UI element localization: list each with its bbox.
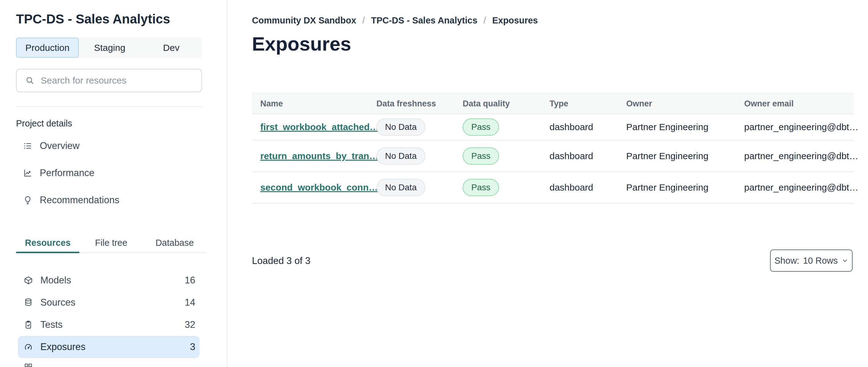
- environment-tabs: Production Staging Dev: [16, 38, 202, 58]
- env-tab-label: Staging: [94, 43, 125, 53]
- env-tab-staging[interactable]: Staging: [79, 38, 141, 58]
- resource-label: Exposures: [40, 341, 85, 352]
- column-header-type: Type: [550, 99, 568, 108]
- sidebar-item-label: Overview: [40, 140, 80, 151]
- exposures-table: Name Data freshness Data quality Type Ow…: [252, 93, 854, 203]
- resource-label: Tests: [40, 319, 63, 330]
- breadcrumb-project[interactable]: TPC-DS - Sales Analytics: [371, 16, 477, 26]
- data-freshness-badge: No Data: [376, 118, 425, 136]
- sidebar-divider: [16, 106, 202, 107]
- owner-cell: Partner Engineering: [626, 182, 708, 193]
- data-freshness-badge: No Data: [376, 179, 425, 196]
- tab-label: Database: [156, 238, 194, 248]
- data-quality-badge: Pass: [463, 179, 499, 196]
- tab-file-tree[interactable]: File tree: [80, 232, 143, 253]
- resource-view-tabs: Resources File tree Database: [16, 232, 206, 253]
- tab-resources[interactable]: Resources: [16, 232, 80, 253]
- chart-line-icon: [23, 168, 32, 178]
- project-title: TPC-DS - Sales Analytics: [16, 12, 170, 27]
- breadcrumb-account[interactable]: Community DX Sandbox: [252, 16, 356, 26]
- owner-email-cell: partner_engineering@dbt…: [744, 122, 859, 132]
- env-tab-label: Dev: [163, 43, 179, 53]
- exposure-name-link[interactable]: first_workbook_attached…: [260, 122, 379, 132]
- env-tab-production[interactable]: Production: [16, 38, 79, 58]
- breadcrumb-current: Exposures: [492, 16, 538, 26]
- sidebar-main-divider: [227, 0, 227, 367]
- data-quality-badge: Pass: [463, 118, 499, 136]
- breadcrumb-separator: /: [484, 16, 486, 26]
- column-header-owner: Owner: [626, 99, 652, 108]
- owner-email-cell: partner_engineering@dbt…: [744, 182, 859, 193]
- sidebar-item-overview[interactable]: Overview: [18, 136, 199, 156]
- column-header-owner-email: Owner email: [744, 99, 794, 108]
- gauge-icon: [24, 342, 33, 351]
- sidebar-item-sources[interactable]: Sources 14: [18, 291, 199, 314]
- table-row: second_workbook_conn… No Data Pass dashb…: [252, 172, 854, 203]
- active-tab-indicator: [16, 252, 80, 253]
- show-rows-value: 10 Rows: [803, 256, 838, 266]
- sidebar-item-recommendations[interactable]: Recommendations: [18, 190, 199, 210]
- loaded-status: Loaded 3 of 3: [252, 255, 310, 266]
- project-details-label: Project details: [16, 118, 72, 129]
- grid-icon: [24, 363, 33, 367]
- tab-label: Resources: [25, 238, 70, 248]
- tab-label: File tree: [95, 238, 127, 248]
- resource-count: 14: [185, 297, 195, 308]
- list-icon: [23, 141, 32, 150]
- package-icon: [24, 276, 33, 285]
- sidebar-item-label: Performance: [40, 167, 94, 178]
- show-rows-button[interactable]: Show: 10 Rows: [770, 250, 852, 272]
- show-rows-label: Show:: [774, 256, 799, 266]
- table-row: return_amounts_by_tran… No Data Pass das…: [252, 141, 854, 172]
- sidebar-item-tests[interactable]: Tests 32: [18, 314, 199, 336]
- resource-count: 16: [185, 275, 195, 286]
- search-input[interactable]: [41, 75, 188, 86]
- resource-count: 32: [185, 319, 195, 330]
- column-header-data-freshness: Data freshness: [376, 99, 436, 108]
- env-tab-dev[interactable]: Dev: [141, 38, 202, 58]
- owner-email-cell: partner_engineering@dbt…: [744, 151, 859, 161]
- exposure-name-link[interactable]: second_workbook_conn…: [260, 182, 378, 193]
- column-header-name: Name: [260, 99, 283, 108]
- type-cell: dashboard: [550, 122, 593, 132]
- resource-label: Models: [40, 275, 71, 286]
- sidebar-item-label: Recommendations: [40, 195, 119, 206]
- sidebar-item-partial[interactable]: [24, 363, 33, 367]
- sidebar-item-exposures[interactable]: Exposures 3: [18, 336, 199, 358]
- type-cell: dashboard: [550, 182, 593, 193]
- table-row: first_workbook_attached… No Data Pass da…: [252, 114, 854, 141]
- page-title: Exposures: [252, 33, 351, 55]
- database-icon: [24, 298, 33, 307]
- column-header-data-quality: Data quality: [463, 99, 510, 108]
- exposure-name-link[interactable]: return_amounts_by_tran…: [260, 151, 378, 161]
- type-cell: dashboard: [550, 151, 593, 161]
- sidebar-item-performance[interactable]: Performance: [18, 163, 199, 183]
- data-quality-badge: Pass: [463, 147, 499, 165]
- search-icon: [25, 76, 34, 85]
- table-header-row: Name Data freshness Data quality Type Ow…: [252, 93, 854, 114]
- breadcrumb: Community DX Sandbox / TPC-DS - Sales An…: [252, 16, 538, 26]
- env-tab-label: Production: [25, 43, 69, 53]
- dbt-explorer-app: TPC-DS - Sales Analytics Production Stag…: [0, 0, 868, 367]
- lightbulb-icon: [23, 196, 32, 205]
- resource-search: [16, 69, 202, 92]
- sidebar-item-models[interactable]: Models 16: [18, 269, 199, 291]
- resource-label: Sources: [40, 297, 75, 308]
- clipboard-check-icon: [24, 320, 33, 329]
- owner-cell: Partner Engineering: [626, 122, 708, 132]
- tab-database[interactable]: Database: [143, 232, 206, 253]
- resource-count: 3: [190, 341, 195, 352]
- chevron-down-icon: [841, 257, 848, 264]
- breadcrumb-separator: /: [362, 16, 365, 26]
- owner-cell: Partner Engineering: [626, 151, 708, 161]
- data-freshness-badge: No Data: [376, 147, 425, 165]
